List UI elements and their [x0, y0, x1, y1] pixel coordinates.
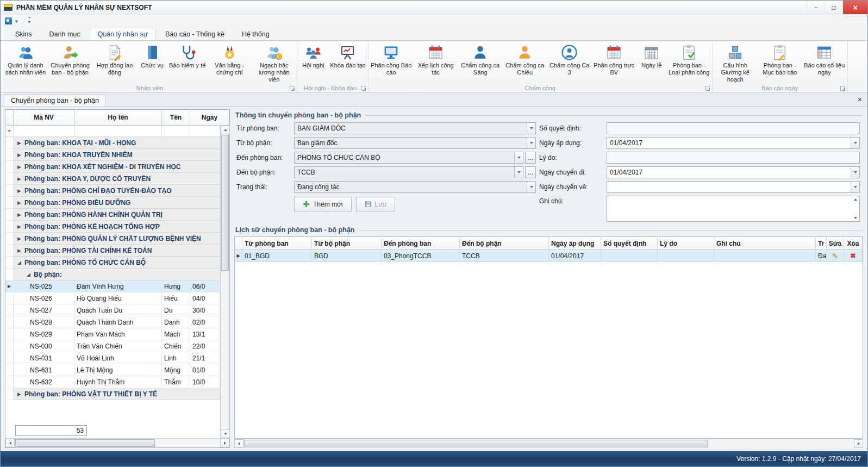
- ribbon-button[interactable]: Văn bằng - chứng chỉ: [207, 42, 252, 76]
- expand-icon[interactable]: ▶: [17, 200, 21, 206]
- scroll-down-icon[interactable]: [221, 429, 230, 438]
- ribbon-button[interactable]: Phân công Báo cáo: [369, 42, 414, 76]
- expand-icon[interactable]: ▶: [17, 176, 21, 182]
- scroll-left-icon[interactable]: [234, 439, 243, 448]
- history-column-header[interactable]: Ghi chú: [714, 237, 816, 250]
- app-menu-icon[interactable]: [5, 17, 12, 24]
- group-row[interactable]: ▶Phòng ban: PHÒNG CHỈ ĐẠO TUYẾN-ĐÀO TẠO: [5, 185, 220, 197]
- tu-bo-phan-combo[interactable]: Ban giám đốc: [294, 137, 536, 149]
- group-row[interactable]: ◢Phòng ban: PHÒNG TỔ CHỨC CÁN BỘ: [5, 257, 220, 269]
- expand-icon[interactable]: ▶: [17, 188, 21, 194]
- edit-pencil-icon[interactable]: ✎: [832, 252, 839, 260]
- horizontal-scrollbar[interactable]: [234, 439, 863, 448]
- column-header-ma-nv[interactable]: Mã NV: [14, 110, 74, 125]
- column-header-ho-ten[interactable]: Họ tên: [74, 110, 162, 125]
- customize-toolbar-icon[interactable]: ▾: [28, 17, 31, 24]
- group-row[interactable]: ▶Phòng ban: KHOA TAI - MŨI - HỌNG: [5, 137, 220, 149]
- dropdown-arrow-icon[interactable]: [527, 182, 535, 192]
- ngay-chuyen-di-datepicker[interactable]: 01/04/2017: [607, 166, 860, 178]
- tu-phong-ban-combo[interactable]: BAN GIÁM ĐỐC: [294, 122, 536, 134]
- collapse-icon[interactable]: ◢: [27, 272, 30, 277]
- employee-row[interactable]: NS-028Quách Thành DanhDanh02/0: [5, 316, 220, 328]
- ribbon-button[interactable]: Phòng ban - Loại phân công: [667, 42, 711, 76]
- dialog-launcher-icon[interactable]: [705, 86, 710, 91]
- history-column-header[interactable]: Tr: [816, 237, 827, 250]
- close-button[interactable]: ×: [842, 1, 867, 14]
- filter-cell[interactable]: [190, 126, 220, 136]
- employee-row[interactable]: NS-632Huỳnh Thị ThắmThắm10/0: [5, 376, 220, 388]
- employee-row[interactable]: NS-031Võ Hoài LinhLinh21/1: [5, 352, 220, 364]
- ribbon-button[interactable]: Cấu hình Giường kế hoạch: [713, 42, 758, 83]
- ribbon-button[interactable]: Chấm công Ca 3: [547, 42, 592, 76]
- filter-cell[interactable]: [74, 126, 162, 136]
- expand-icon[interactable]: ▶: [17, 391, 21, 397]
- luu-button[interactable]: Lưu: [356, 197, 395, 211]
- minimize-button[interactable]: –: [807, 1, 825, 14]
- history-column-header[interactable]: Từ phòng ban: [242, 237, 312, 250]
- scroll-up-icon[interactable]: [221, 126, 230, 134]
- dialog-launcher-icon[interactable]: [290, 86, 295, 91]
- ngay-chuyen-ve-datepicker[interactable]: [607, 181, 860, 193]
- filter-row[interactable]: [5, 126, 220, 137]
- ribbon-button[interactable]: Ngày lễ: [636, 42, 667, 69]
- history-column-header[interactable]: Lý do: [658, 237, 714, 250]
- filter-cell[interactable]: [14, 126, 74, 136]
- ribbon-button[interactable]: Chấm công ca Sáng: [458, 42, 503, 76]
- expand-icon[interactable]: ▶: [17, 248, 21, 253]
- dialog-launcher-icon[interactable]: [361, 86, 366, 91]
- dropdown-arrow-icon[interactable]: [851, 182, 859, 192]
- expand-icon[interactable]: ▶: [17, 236, 21, 241]
- document-close-icon[interactable]: ×: [858, 96, 862, 103]
- column-header-ten[interactable]: Tên: [162, 110, 190, 125]
- employee-row[interactable]: NS-631Lê Thị MộngMộng01/0: [5, 364, 220, 376]
- app-menu-caret-icon[interactable]: ▾: [15, 17, 18, 24]
- horizontal-scrollbar[interactable]: [5, 438, 229, 447]
- so-quyet-dinh-input[interactable]: [607, 122, 860, 134]
- history-column-header[interactable]: Đến bộ phận: [460, 237, 549, 250]
- expand-icon[interactable]: ▶: [17, 212, 21, 217]
- ribbon-button[interactable]: Phân công trực BV: [592, 42, 636, 76]
- vertical-scrollbar[interactable]: [220, 126, 229, 438]
- expand-icon[interactable]: ▶: [17, 224, 21, 229]
- employee-row[interactable]: NS-026Hồ Quang HiếuHiếu04/0: [5, 292, 220, 304]
- ribbon-button[interactable]: Báo cáo số liệu ngày: [802, 42, 847, 76]
- employee-row[interactable]: NS-030Trần Văn ChiếnChiến22/0: [5, 340, 220, 352]
- scrollbar-thumb[interactable]: [221, 135, 229, 271]
- ribbon-button[interactable]: Chuyển phòng ban - bộ phận: [48, 42, 92, 76]
- dropdown-arrow-icon[interactable]: [514, 152, 523, 163]
- group-row[interactable]: ▶Phòng ban: PHÒNG ĐIỀU DƯỠNG: [5, 197, 220, 209]
- history-column-header[interactable]: Sửa: [827, 237, 844, 250]
- them-moi-button[interactable]: Thêm mới: [294, 197, 352, 211]
- den-bo-phan-browse-button[interactable]: …: [525, 166, 536, 178]
- ly-do-input[interactable]: [607, 152, 860, 164]
- history-column-header[interactable]: Ngày áp dụng: [549, 237, 601, 250]
- ribbon-button[interactable]: Chấm công ca Chiều: [503, 42, 547, 76]
- history-row[interactable]: ▶01_BGDBGD03_PhongTCCBTCCB01/04/2017Đa✎✖: [235, 250, 863, 262]
- delete-cell[interactable]: ✖: [844, 250, 863, 261]
- history-column-header[interactable]: Từ bộ phận: [312, 237, 382, 250]
- delete-x-icon[interactable]: ✖: [850, 252, 856, 259]
- ngay-ap-dung-datepicker[interactable]: 01/04/2017: [607, 137, 860, 149]
- group-row[interactable]: ▶Phòng ban: PHÒNG QUẢN LÝ CHẤT LƯỢNG BỆN…: [5, 233, 220, 245]
- dropdown-arrow-icon[interactable]: [851, 138, 859, 148]
- den-phong-ban-combo[interactable]: PHÒNG TỔ CHỨC CÁN BỘ: [294, 152, 523, 164]
- filter-cell[interactable]: [162, 126, 190, 136]
- ribbon-button[interactable]: Phòng ban - Mục báo cáo: [758, 42, 802, 76]
- dropdown-arrow-icon[interactable]: [851, 167, 859, 178]
- ghi-chu-textarea[interactable]: [607, 196, 860, 222]
- group-row[interactable]: ▶Phòng ban: PHÒNG VẬT TƯ THIẾT BỊ Y TẾ: [5, 388, 220, 400]
- scroll-right-icon[interactable]: [854, 439, 863, 448]
- history-column-header[interactable]: Số quyết định: [601, 237, 658, 250]
- tab-skins[interactable]: Skins: [7, 28, 40, 40]
- history-column-header[interactable]: Xóa: [844, 237, 863, 250]
- tab-danh-muc[interactable]: Danh mục: [41, 28, 89, 40]
- group-row[interactable]: ▶Phòng ban: PHÒNG KẾ HOẠCH TỔNG HỢP: [5, 221, 220, 233]
- history-column-header[interactable]: Đến phòng ban: [382, 237, 460, 250]
- dropdown-arrow-icon[interactable]: [527, 138, 535, 148]
- group-row[interactable]: ▶Phòng ban: KHOA TRUYỀN NHIỄM: [5, 149, 220, 161]
- dialog-launcher-icon[interactable]: [840, 86, 845, 91]
- scroll-left-icon[interactable]: [5, 439, 15, 447]
- tab-quan-ly-nhan-su[interactable]: Quản lý nhân sự: [90, 28, 156, 40]
- edit-cell[interactable]: ✎: [827, 250, 844, 261]
- group-row[interactable]: ▶Phòng ban: KHOA Y, DƯỢC CỔ TRUYỀN: [5, 173, 220, 185]
